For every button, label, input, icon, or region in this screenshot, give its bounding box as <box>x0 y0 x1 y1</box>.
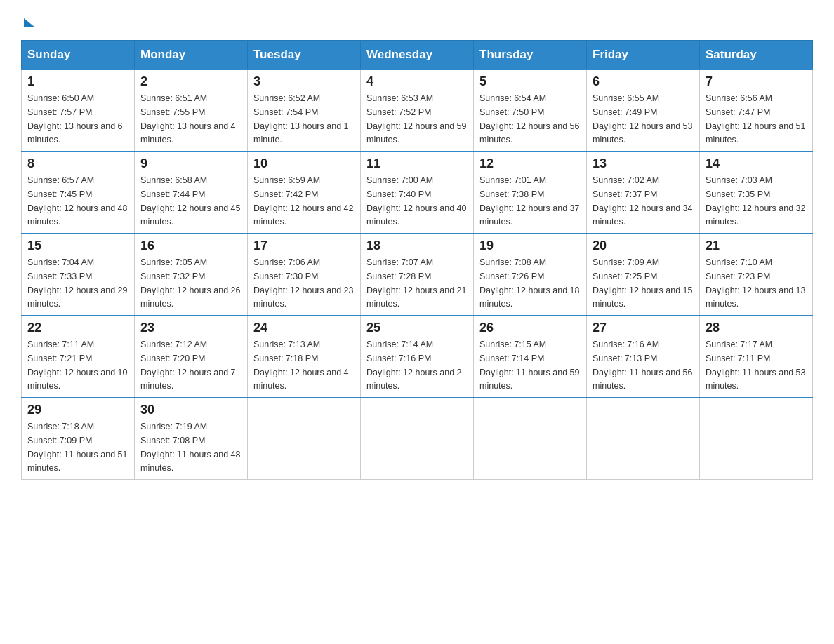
day-number: 26 <box>479 321 581 335</box>
calendar-cell: 23 Sunrise: 7:12 AMSunset: 7:20 PMDaylig… <box>135 316 248 398</box>
calendar-cell: 3 Sunrise: 6:52 AMSunset: 7:54 PMDayligh… <box>248 69 361 152</box>
day-number: 30 <box>140 403 241 417</box>
day-number: 23 <box>140 321 241 335</box>
calendar-cell: 7 Sunrise: 6:56 AMSunset: 7:47 PMDayligh… <box>700 69 813 152</box>
calendar-week-row: 8 Sunrise: 6:57 AMSunset: 7:45 PMDayligh… <box>22 152 813 234</box>
calendar-cell: 12 Sunrise: 7:01 AMSunset: 7:38 PMDaylig… <box>474 152 587 234</box>
calendar-cell: 22 Sunrise: 7:11 AMSunset: 7:21 PMDaylig… <box>22 316 135 398</box>
calendar-cell: 19 Sunrise: 7:08 AMSunset: 7:26 PMDaylig… <box>474 234 587 316</box>
calendar-cell: 18 Sunrise: 7:07 AMSunset: 7:28 PMDaylig… <box>361 234 474 316</box>
day-number: 6 <box>593 74 694 89</box>
day-info: Sunrise: 7:00 AMSunset: 7:40 PMDaylight:… <box>366 175 466 227</box>
day-info: Sunrise: 7:11 AMSunset: 7:21 PMDaylight:… <box>27 340 127 391</box>
day-info: Sunrise: 7:06 AMSunset: 7:30 PMDaylight:… <box>253 257 353 309</box>
day-info: Sunrise: 7:07 AMSunset: 7:28 PMDaylight:… <box>366 257 466 309</box>
calendar-cell: 1 Sunrise: 6:50 AMSunset: 7:57 PMDayligh… <box>22 69 135 152</box>
calendar-cell: 14 Sunrise: 7:03 AMSunset: 7:35 PMDaylig… <box>700 152 813 234</box>
day-info: Sunrise: 7:03 AMSunset: 7:35 PMDaylight:… <box>706 175 805 227</box>
day-number: 1 <box>27 74 128 89</box>
calendar-cell <box>587 398 700 480</box>
day-info: Sunrise: 6:52 AMSunset: 7:54 PMDaylight:… <box>253 93 349 145</box>
day-number: 12 <box>479 156 581 171</box>
day-info: Sunrise: 6:56 AMSunset: 7:47 PMDaylight:… <box>706 93 805 145</box>
calendar-cell: 11 Sunrise: 7:00 AMSunset: 7:40 PMDaylig… <box>361 152 474 234</box>
calendar-cell: 26 Sunrise: 7:15 AMSunset: 7:14 PMDaylig… <box>474 316 587 398</box>
calendar-cell: 25 Sunrise: 7:14 AMSunset: 7:16 PMDaylig… <box>361 316 474 398</box>
day-number: 18 <box>366 239 468 253</box>
day-info: Sunrise: 7:10 AMSunset: 7:23 PMDaylight:… <box>706 257 805 309</box>
calendar-cell: 9 Sunrise: 6:58 AMSunset: 7:44 PMDayligh… <box>135 152 248 234</box>
calendar-cell: 27 Sunrise: 7:16 AMSunset: 7:13 PMDaylig… <box>587 316 700 398</box>
day-info: Sunrise: 7:16 AMSunset: 7:13 PMDaylight:… <box>593 340 692 391</box>
calendar-cell: 24 Sunrise: 7:13 AMSunset: 7:18 PMDaylig… <box>248 316 361 398</box>
header-monday: Monday <box>135 41 248 70</box>
calendar-cell <box>474 398 587 480</box>
day-number: 13 <box>593 156 694 171</box>
calendar-cell: 30 Sunrise: 7:19 AMSunset: 7:08 PMDaylig… <box>135 398 248 480</box>
day-info: Sunrise: 7:02 AMSunset: 7:37 PMDaylight:… <box>593 175 692 227</box>
day-info: Sunrise: 7:09 AMSunset: 7:25 PMDaylight:… <box>593 257 692 309</box>
calendar-cell <box>700 398 813 480</box>
day-number: 7 <box>706 74 807 89</box>
calendar-week-row: 1 Sunrise: 6:50 AMSunset: 7:57 PMDayligh… <box>22 69 813 152</box>
header-saturday: Saturday <box>700 41 813 70</box>
day-info: Sunrise: 6:58 AMSunset: 7:44 PMDaylight:… <box>140 175 240 227</box>
calendar-cell: 4 Sunrise: 6:53 AMSunset: 7:52 PMDayligh… <box>361 69 474 152</box>
day-info: Sunrise: 6:54 AMSunset: 7:50 PMDaylight:… <box>479 93 579 145</box>
day-number: 17 <box>253 239 355 253</box>
header-thursday: Thursday <box>474 41 587 70</box>
day-info: Sunrise: 7:12 AMSunset: 7:20 PMDaylight:… <box>140 340 236 391</box>
day-number: 5 <box>479 74 581 89</box>
calendar-cell: 10 Sunrise: 6:59 AMSunset: 7:42 PMDaylig… <box>248 152 361 234</box>
header-friday: Friday <box>587 41 700 70</box>
calendar-cell: 16 Sunrise: 7:05 AMSunset: 7:32 PMDaylig… <box>135 234 248 316</box>
calendar-cell: 5 Sunrise: 6:54 AMSunset: 7:50 PMDayligh… <box>474 69 587 152</box>
calendar-header-row: SundayMondayTuesdayWednesdayThursdayFrid… <box>22 41 813 70</box>
day-info: Sunrise: 6:55 AMSunset: 7:49 PMDaylight:… <box>593 93 692 145</box>
day-info: Sunrise: 6:53 AMSunset: 7:52 PMDaylight:… <box>366 93 466 145</box>
day-number: 9 <box>140 156 241 171</box>
calendar-cell: 28 Sunrise: 7:17 AMSunset: 7:11 PMDaylig… <box>700 316 813 398</box>
day-number: 20 <box>593 239 694 253</box>
day-number: 25 <box>366 321 468 335</box>
day-info: Sunrise: 7:13 AMSunset: 7:18 PMDaylight:… <box>253 340 349 391</box>
day-info: Sunrise: 7:18 AMSunset: 7:09 PMDaylight:… <box>27 422 127 473</box>
day-info: Sunrise: 6:50 AMSunset: 7:57 PMDaylight:… <box>27 93 123 145</box>
day-number: 22 <box>27 321 128 335</box>
header-sunday: Sunday <box>22 41 135 70</box>
calendar-cell: 8 Sunrise: 6:57 AMSunset: 7:45 PMDayligh… <box>22 152 135 234</box>
day-info: Sunrise: 7:05 AMSunset: 7:32 PMDaylight:… <box>140 257 240 309</box>
day-info: Sunrise: 7:15 AMSunset: 7:14 PMDaylight:… <box>479 340 579 391</box>
day-number: 15 <box>27 239 128 253</box>
day-number: 19 <box>479 239 581 253</box>
day-number: 29 <box>27 403 128 417</box>
day-info: Sunrise: 7:17 AMSunset: 7:11 PMDaylight:… <box>706 340 805 391</box>
calendar-week-row: 15 Sunrise: 7:04 AMSunset: 7:33 PMDaylig… <box>22 234 813 316</box>
day-number: 24 <box>253 321 355 335</box>
day-info: Sunrise: 6:51 AMSunset: 7:55 PMDaylight:… <box>140 93 236 145</box>
calendar-cell: 6 Sunrise: 6:55 AMSunset: 7:49 PMDayligh… <box>587 69 700 152</box>
header-tuesday: Tuesday <box>248 41 361 70</box>
calendar-cell: 17 Sunrise: 7:06 AMSunset: 7:30 PMDaylig… <box>248 234 361 316</box>
day-number: 11 <box>366 156 468 171</box>
calendar-cell: 2 Sunrise: 6:51 AMSunset: 7:55 PMDayligh… <box>135 69 248 152</box>
calendar-cell <box>248 398 361 480</box>
calendar-cell: 13 Sunrise: 7:02 AMSunset: 7:37 PMDaylig… <box>587 152 700 234</box>
day-info: Sunrise: 6:59 AMSunset: 7:42 PMDaylight:… <box>253 175 353 227</box>
header-wednesday: Wednesday <box>361 41 474 70</box>
calendar-week-row: 22 Sunrise: 7:11 AMSunset: 7:21 PMDaylig… <box>22 316 813 398</box>
logo <box>21 14 35 27</box>
day-number: 3 <box>253 74 355 89</box>
day-info: Sunrise: 7:19 AMSunset: 7:08 PMDaylight:… <box>140 422 240 473</box>
calendar-week-row: 29 Sunrise: 7:18 AMSunset: 7:09 PMDaylig… <box>22 398 813 480</box>
calendar-cell: 20 Sunrise: 7:09 AMSunset: 7:25 PMDaylig… <box>587 234 700 316</box>
day-info: Sunrise: 6:57 AMSunset: 7:45 PMDaylight:… <box>27 175 127 227</box>
calendar-cell <box>361 398 474 480</box>
day-info: Sunrise: 7:08 AMSunset: 7:26 PMDaylight:… <box>479 257 579 309</box>
day-info: Sunrise: 7:04 AMSunset: 7:33 PMDaylight:… <box>27 257 127 309</box>
logo-triangle-icon <box>24 18 35 27</box>
day-info: Sunrise: 7:14 AMSunset: 7:16 PMDaylight:… <box>366 340 462 391</box>
day-number: 16 <box>140 239 241 253</box>
calendar-cell: 29 Sunrise: 7:18 AMSunset: 7:09 PMDaylig… <box>22 398 135 480</box>
day-number: 14 <box>706 156 807 171</box>
